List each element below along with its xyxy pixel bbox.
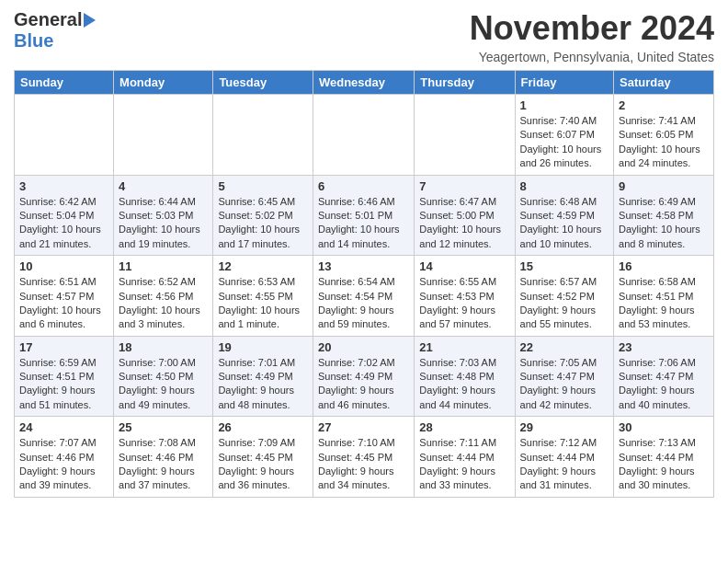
table-row: 9Sunrise: 6:49 AMSunset: 4:58 PMDaylight… [614, 175, 714, 256]
day-info: Sunrise: 6:42 AMSunset: 5:04 PMDaylight:… [19, 195, 108, 252]
table-row [15, 95, 114, 176]
day-number: 29 [520, 420, 609, 434]
table-row: 16Sunrise: 6:58 AMSunset: 4:51 PMDayligh… [614, 256, 714, 337]
day-info: Sunrise: 6:47 AMSunset: 5:00 PMDaylight:… [419, 195, 509, 252]
day-info: Sunrise: 6:57 AMSunset: 4:52 PMDaylight:… [520, 275, 609, 332]
day-info: Sunrise: 6:58 AMSunset: 4:51 PMDaylight:… [619, 275, 709, 332]
day-number: 9 [619, 179, 709, 193]
col-tuesday: Tuesday [213, 71, 313, 95]
location: Yeagertown, Pennsylvania, United States [470, 50, 714, 64]
day-number: 21 [419, 340, 509, 354]
day-number: 8 [520, 179, 609, 193]
day-number: 25 [119, 420, 208, 434]
day-info: Sunrise: 7:10 AMSunset: 4:45 PMDaylight:… [318, 436, 409, 493]
day-info: Sunrise: 7:13 AMSunset: 4:44 PMDaylight:… [619, 436, 709, 493]
table-row: 19Sunrise: 7:01 AMSunset: 4:49 PMDayligh… [213, 336, 313, 417]
day-number: 5 [218, 179, 308, 193]
day-number: 14 [419, 259, 509, 273]
day-info: Sunrise: 7:41 AMSunset: 6:05 PMDaylight:… [619, 114, 709, 171]
logo: General Blue [14, 9, 97, 52]
day-info: Sunrise: 6:48 AMSunset: 4:59 PMDaylight:… [520, 195, 609, 252]
day-info: Sunrise: 7:07 AMSunset: 4:46 PMDaylight:… [19, 436, 108, 493]
day-number: 2 [619, 98, 709, 112]
day-number: 22 [520, 340, 609, 354]
day-number: 7 [419, 179, 509, 193]
day-info: Sunrise: 7:03 AMSunset: 4:48 PMDaylight:… [419, 356, 509, 413]
day-info: Sunrise: 7:01 AMSunset: 4:49 PMDaylight:… [218, 356, 308, 413]
day-number: 19 [218, 340, 308, 354]
table-row: 28Sunrise: 7:11 AMSunset: 4:44 PMDayligh… [415, 417, 515, 498]
day-info: Sunrise: 6:51 AMSunset: 4:57 PMDaylight:… [19, 275, 108, 332]
day-info: Sunrise: 7:00 AMSunset: 4:50 PMDaylight:… [119, 356, 208, 413]
day-number: 17 [19, 340, 108, 354]
day-info: Sunrise: 7:09 AMSunset: 4:45 PMDaylight:… [218, 436, 308, 493]
table-row: 25Sunrise: 7:08 AMSunset: 4:46 PMDayligh… [114, 417, 213, 498]
logo-block: General Blue [14, 9, 97, 52]
table-row: 30Sunrise: 7:13 AMSunset: 4:44 PMDayligh… [614, 417, 714, 498]
table-row: 3Sunrise: 6:42 AMSunset: 5:04 PMDaylight… [15, 175, 114, 256]
col-friday: Friday [515, 71, 614, 95]
day-info: Sunrise: 7:08 AMSunset: 4:46 PMDaylight:… [119, 436, 208, 493]
day-info: Sunrise: 7:11 AMSunset: 4:44 PMDaylight:… [419, 436, 509, 493]
title-block: November 2024 Yeagertown, Pennsylvania, … [470, 9, 714, 64]
table-row: 27Sunrise: 7:10 AMSunset: 4:45 PMDayligh… [313, 417, 414, 498]
day-info: Sunrise: 7:12 AMSunset: 4:44 PMDaylight:… [520, 436, 609, 493]
table-row: 13Sunrise: 6:54 AMSunset: 4:54 PMDayligh… [313, 256, 414, 337]
table-row: 22Sunrise: 7:05 AMSunset: 4:47 PMDayligh… [515, 336, 614, 417]
day-number: 10 [19, 259, 108, 273]
table-row [313, 95, 414, 176]
col-thursday: Thursday [415, 71, 515, 95]
calendar-week-row: 1Sunrise: 7:40 AMSunset: 6:07 PMDaylight… [15, 95, 714, 176]
day-info: Sunrise: 6:53 AMSunset: 4:55 PMDaylight:… [218, 275, 308, 332]
day-info: Sunrise: 6:44 AMSunset: 5:03 PMDaylight:… [119, 195, 208, 252]
table-row: 15Sunrise: 6:57 AMSunset: 4:52 PMDayligh… [515, 256, 614, 337]
table-row: 1Sunrise: 7:40 AMSunset: 6:07 PMDaylight… [515, 95, 614, 176]
day-number: 12 [218, 259, 308, 273]
day-number: 3 [19, 179, 108, 193]
table-row: 18Sunrise: 7:00 AMSunset: 4:50 PMDayligh… [114, 336, 213, 417]
table-row [114, 95, 213, 176]
table-row: 5Sunrise: 6:45 AMSunset: 5:02 PMDaylight… [213, 175, 313, 256]
table-row: 21Sunrise: 7:03 AMSunset: 4:48 PMDayligh… [415, 336, 515, 417]
day-info: Sunrise: 6:55 AMSunset: 4:53 PMDaylight:… [419, 275, 509, 332]
day-number: 30 [619, 420, 709, 434]
header: General Blue November 2024 Yeagertown, P… [14, 9, 714, 64]
day-info: Sunrise: 6:52 AMSunset: 4:56 PMDaylight:… [119, 275, 208, 332]
day-info: Sunrise: 6:45 AMSunset: 5:02 PMDaylight:… [218, 195, 308, 252]
logo-blue-text: Blue [14, 30, 53, 51]
col-sunday: Sunday [15, 71, 114, 95]
day-info: Sunrise: 6:54 AMSunset: 4:54 PMDaylight:… [318, 275, 409, 332]
day-info: Sunrise: 7:05 AMSunset: 4:47 PMDaylight:… [520, 356, 609, 413]
table-row: 10Sunrise: 6:51 AMSunset: 4:57 PMDayligh… [15, 256, 114, 337]
logo-general-text: General [14, 9, 82, 30]
table-row: 14Sunrise: 6:55 AMSunset: 4:53 PMDayligh… [415, 256, 515, 337]
day-number: 16 [619, 259, 709, 273]
calendar-header-row: Sunday Monday Tuesday Wednesday Thursday… [15, 71, 714, 95]
day-number: 27 [318, 420, 409, 434]
day-number: 1 [520, 98, 609, 112]
col-monday: Monday [114, 71, 213, 95]
day-number: 13 [318, 259, 409, 273]
day-info: Sunrise: 6:46 AMSunset: 5:01 PMDaylight:… [318, 195, 409, 252]
col-saturday: Saturday [614, 71, 714, 95]
table-row: 11Sunrise: 6:52 AMSunset: 4:56 PMDayligh… [114, 256, 213, 337]
day-number: 28 [419, 420, 509, 434]
day-number: 15 [520, 259, 609, 273]
calendar-week-row: 3Sunrise: 6:42 AMSunset: 5:04 PMDaylight… [15, 175, 714, 256]
day-number: 26 [218, 420, 308, 434]
logo-triangle-icon [84, 13, 96, 28]
day-number: 4 [119, 179, 208, 193]
col-wednesday: Wednesday [313, 71, 414, 95]
table-row: 2Sunrise: 7:41 AMSunset: 6:05 PMDaylight… [614, 95, 714, 176]
day-info: Sunrise: 7:40 AMSunset: 6:07 PMDaylight:… [520, 114, 609, 171]
day-number: 23 [619, 340, 709, 354]
day-number: 6 [318, 179, 409, 193]
calendar-week-row: 17Sunrise: 6:59 AMSunset: 4:51 PMDayligh… [15, 336, 714, 417]
month-title: November 2024 [470, 9, 714, 48]
day-info: Sunrise: 6:59 AMSunset: 4:51 PMDaylight:… [19, 356, 108, 413]
day-number: 18 [119, 340, 208, 354]
calendar-table: Sunday Monday Tuesday Wednesday Thursday… [14, 70, 714, 498]
day-info: Sunrise: 7:06 AMSunset: 4:47 PMDaylight:… [619, 356, 709, 413]
table-row: 29Sunrise: 7:12 AMSunset: 4:44 PMDayligh… [515, 417, 614, 498]
day-info: Sunrise: 7:02 AMSunset: 4:49 PMDaylight:… [318, 356, 409, 413]
